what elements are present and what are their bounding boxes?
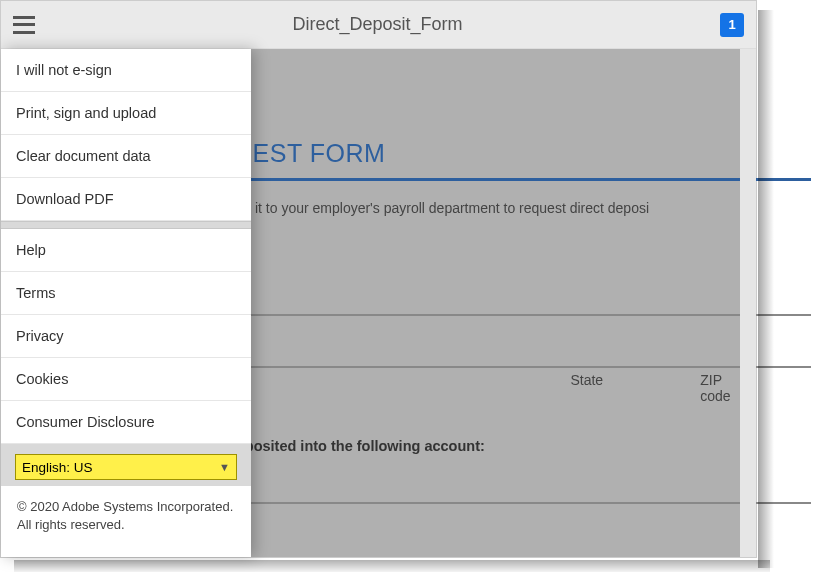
language-selected: English: US: [22, 460, 93, 475]
menu-separator: [1, 221, 251, 229]
menu-item-no-esign[interactable]: I will not e-sign: [1, 49, 251, 92]
chevron-down-icon: ▼: [219, 461, 230, 473]
menu-item-help[interactable]: Help: [1, 229, 251, 272]
language-selector-wrap: English: US ▼: [1, 444, 251, 486]
label-state: State: [570, 372, 700, 404]
language-selector[interactable]: English: US ▼: [15, 454, 237, 480]
menu-group-secondary: Help Terms Privacy Cookies Consumer Disc…: [1, 229, 251, 444]
menu-toggle-icon[interactable]: [13, 14, 35, 36]
menu-item-cookies[interactable]: Cookies: [1, 358, 251, 401]
copyright-line: All rights reserved.: [17, 516, 235, 534]
menu-item-privacy[interactable]: Privacy: [1, 315, 251, 358]
menu-item-print-sign-upload[interactable]: Print, sign and upload: [1, 92, 251, 135]
menu-item-download-pdf[interactable]: Download PDF: [1, 178, 251, 221]
copyright-line: © 2020 Adobe Systems Incorporated.: [17, 498, 235, 516]
app-header: Direct_Deposit_Form 1: [1, 1, 756, 49]
menu-item-terms[interactable]: Terms: [1, 272, 251, 315]
document-title: Direct_Deposit_Form: [35, 14, 720, 35]
vertical-scrollbar[interactable]: [740, 49, 756, 557]
menu-group-primary: I will not e-sign Print, sign and upload…: [1, 49, 251, 221]
sidebar-menu: I will not e-sign Print, sign and upload…: [1, 49, 251, 557]
body-area: OSIT REQUEST FORM print it, sign it and …: [1, 49, 756, 557]
app-frame: Direct_Deposit_Form 1 OSIT REQUEST FORM …: [0, 0, 757, 558]
window-shadow-bottom: [14, 560, 770, 572]
menu-item-consumer-disclosure[interactable]: Consumer Disclosure: [1, 401, 251, 444]
menu-item-clear-data[interactable]: Clear document data: [1, 135, 251, 178]
copyright-text: © 2020 Adobe Systems Incorporated. All r…: [1, 486, 251, 548]
page-count-badge[interactable]: 1: [720, 13, 744, 37]
window-shadow-right: [758, 10, 774, 568]
